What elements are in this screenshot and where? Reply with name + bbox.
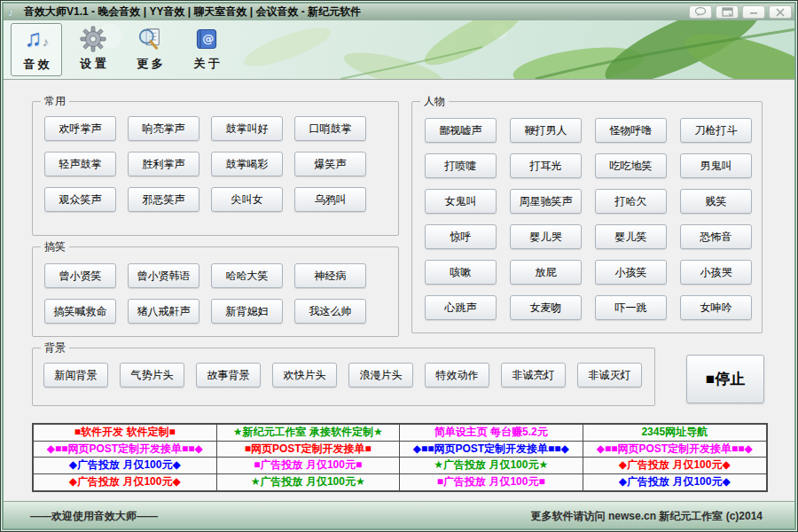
sound-button[interactable]: 咳嗽	[425, 260, 497, 285]
sound-button[interactable]: 吓一跳	[595, 295, 667, 320]
toolbar-label: 设 置	[80, 56, 106, 72]
sound-button[interactable]: 观众笑声	[44, 187, 116, 212]
sound-button[interactable]: 特效动作	[425, 363, 489, 387]
toolbar-label: 音 效	[23, 57, 50, 73]
sound-button[interactable]: 响亮掌声	[128, 116, 200, 141]
ad-cell[interactable]: 2345网址导航	[583, 425, 767, 442]
sound-button[interactable]: 女呻吟	[680, 295, 752, 320]
statusbar: ——欢迎使用音效大师—— 更多软件请访问 newse.cn 新纪元工作室 (c)…	[4, 501, 796, 530]
minimize-icon[interactable]	[742, 5, 765, 19]
ad-cell[interactable]: 简单设主页 每台赚5.2元	[400, 425, 583, 442]
sound-button[interactable]: 轻声鼓掌	[44, 152, 116, 176]
ad-cell[interactable]: ■广告投放 月仅100元■	[217, 458, 401, 474]
music-note-icon: ♫♪	[24, 24, 48, 56]
sound-button[interactable]: 曾小贤韩语	[128, 263, 200, 288]
sound-button[interactable]: 曾小贤笑	[44, 263, 116, 288]
sound-button[interactable]: 鞭打男人	[510, 118, 582, 143]
sound-button[interactable]: 鼓掌喝彩	[211, 152, 283, 176]
sound-button[interactable]: 婴儿笑	[595, 224, 667, 249]
sound-button[interactable]: 我这么帅	[294, 299, 366, 324]
toolbar-banner: ♫♪ 音 效	[4, 20, 796, 79]
sound-button[interactable]: 怪物呼噜	[595, 118, 667, 143]
sound-button[interactable]: 鼓掌叫好	[211, 116, 283, 141]
ad-cell[interactable]: ■网页POST定制开发接单■	[217, 442, 401, 458]
ad-cell[interactable]: ★新纪元工作室 承接软件定制★	[217, 425, 401, 442]
sound-button[interactable]: 打喷嚏	[425, 153, 497, 178]
ad-cell[interactable]: ◆广告投放 月仅100元◆	[583, 458, 767, 474]
main-panel: 常用 欢呼掌声响亮掌声鼓掌叫好口哨鼓掌轻声鼓掌胜利掌声鼓掌喝彩爆笑声观众笑声邪恶…	[4, 79, 796, 501]
leaf-decoration	[4, 20, 796, 79]
sound-button[interactable]: 搞笑喊救命	[44, 299, 116, 324]
sound-button[interactable]: 气势片头	[120, 363, 184, 387]
sound-button[interactable]: 神经病	[294, 263, 366, 288]
close-icon[interactable]	[769, 5, 792, 19]
group-background-label: 背景	[41, 341, 69, 355]
sound-button[interactable]: 故事背景	[196, 363, 261, 387]
app-icon: ♪	[8, 6, 20, 19]
ad-cell[interactable]: ★广告投放 月仅100元★	[400, 458, 583, 474]
sound-button[interactable]: 男鬼叫	[680, 153, 752, 178]
sound-button[interactable]: 放屁	[510, 260, 582, 285]
sound-button[interactable]: 心跳声	[425, 295, 497, 320]
sound-button[interactable]: 吃吃地笑	[595, 153, 667, 178]
sound-button[interactable]: 小孩哭	[680, 260, 752, 285]
sound-button[interactable]: 乌鸦叫	[294, 187, 366, 212]
sound-button[interactable]: 周星驰笑声	[510, 189, 582, 214]
sound-button[interactable]: 爆笑声	[294, 152, 366, 176]
sound-button[interactable]: 惊呼	[425, 224, 497, 249]
group-common: 常用 欢呼掌声响亮掌声鼓掌叫好口哨鼓掌轻声鼓掌胜利掌声鼓掌喝彩爆笑声观众笑声邪恶…	[32, 101, 399, 236]
toolbar-label: 关 于	[193, 56, 220, 72]
ad-cell[interactable]: ◆广告投放 月仅100元◆	[34, 458, 217, 474]
statusbar-website: 更多软件请访问 newse.cn 新纪元工作室 (c)2014	[531, 509, 763, 524]
ad-cell[interactable]: ◆■■网页POST定制开发接单■■◆	[583, 442, 767, 458]
at-book-icon: @	[194, 23, 219, 55]
sound-button[interactable]: 新闻背景	[43, 363, 108, 387]
sound-button[interactable]: 非诚亮灯	[501, 363, 566, 387]
sound-button[interactable]: 贱笑	[680, 189, 752, 214]
sound-button[interactable]: 新背媳妇	[211, 299, 283, 324]
sound-button[interactable]: 刀枪打斗	[680, 118, 752, 143]
toolbar-item-settings[interactable]: 设 置	[67, 23, 119, 76]
sound-button[interactable]: 女鬼叫	[425, 189, 497, 214]
magnifier-doc-icon	[137, 23, 163, 55]
statusbar-welcome: ——欢迎使用音效大师——	[30, 509, 158, 524]
toolbar-item-more[interactable]: 更 多	[124, 23, 176, 76]
group-people-label: 人物	[420, 95, 449, 108]
sound-button[interactable]: 哈哈大笑	[211, 263, 283, 288]
ad-cell[interactable]: ★广告投放 月仅100元★	[217, 474, 401, 491]
sound-button[interactable]: 口哨鼓掌	[294, 116, 366, 141]
chat-bubble-icon[interactable]	[689, 5, 712, 19]
ad-cell[interactable]: ■广告投放 月仅100元■	[400, 474, 583, 491]
ad-cell[interactable]: ◆■■网页POST定制开发接单■■◆	[34, 442, 217, 458]
sound-button[interactable]: 婴儿哭	[510, 224, 582, 249]
sound-button[interactable]: 小孩笑	[595, 260, 667, 285]
sound-button[interactable]: 猪八戒鼾声	[128, 299, 200, 324]
gear-icon	[80, 23, 106, 55]
ad-cell[interactable]: ◆■■网页POST定制开发接单■■◆	[400, 442, 583, 458]
group-background-buttons: 新闻背景气势片头故事背景欢快片头浪漫片头特效动作非诚亮灯非诚灭灯	[33, 348, 654, 387]
sound-button[interactable]: 欢快片头	[272, 363, 337, 387]
stop-button[interactable]: ■停止	[686, 355, 764, 403]
app-window: ♪ 音效大师V1.1 - 晚会音效 | YY音效 | 聊天室音效 | 会议音效 …	[0, 0, 798, 532]
sound-button[interactable]: 鄙视嘘声	[425, 118, 497, 143]
ad-cell[interactable]: ■软件开发 软件定制■	[34, 425, 217, 442]
sound-button[interactable]: 恐怖音	[680, 224, 752, 249]
sound-button[interactable]: 欢呼掌声	[44, 116, 116, 141]
sound-button[interactable]: 打耳光	[510, 153, 582, 178]
sound-button[interactable]: 非诚灭灯	[577, 363, 642, 387]
sound-button[interactable]: 女麦吻	[510, 295, 582, 320]
toolbar-item-about[interactable]: @ 关 于	[181, 23, 232, 76]
sound-button[interactable]: 浪漫片头	[348, 363, 413, 387]
toolbar-item-sound[interactable]: ♫♪ 音 效	[11, 23, 62, 76]
sound-button[interactable]: 胜利掌声	[128, 152, 200, 176]
svg-text:@: @	[202, 32, 214, 45]
sound-button[interactable]: 尖叫女	[211, 187, 283, 212]
group-people-buttons: 鄙视嘘声鞭打男人怪物呼噜刀枪打斗打喷嚏打耳光吃吃地笑男鬼叫女鬼叫周星驰笑声打哈欠…	[412, 102, 762, 320]
skin-icon[interactable]	[716, 5, 739, 19]
ad-cell[interactable]: ◆广告投放 月仅100元◆	[583, 474, 767, 491]
ad-cell[interactable]: ◆广告投放 月仅100元◆	[34, 474, 217, 491]
sound-button[interactable]: 打哈欠	[595, 189, 667, 214]
sound-button[interactable]: 邪恶笑声	[128, 187, 200, 212]
group-people: 人物 鄙视嘘声鞭打男人怪物呼噜刀枪打斗打喷嚏打耳光吃吃地笑男鬼叫女鬼叫周星驰笑声…	[411, 101, 763, 333]
group-funny-label: 搞笑	[41, 240, 69, 254]
